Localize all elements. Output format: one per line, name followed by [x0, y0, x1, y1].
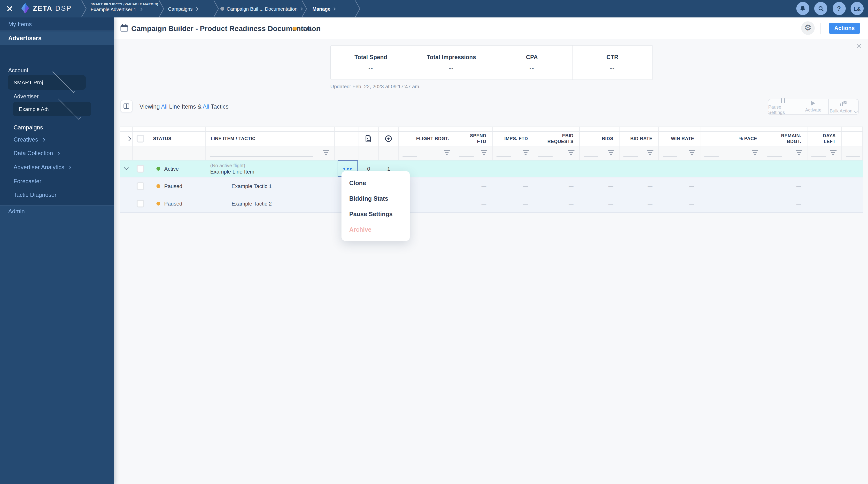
- table-row[interactable]: Active (No active flight) Example Line I…: [120, 160, 863, 177]
- filter-icon[interactable]: [568, 150, 575, 156]
- row-checkbox[interactable]: [136, 200, 144, 208]
- stats-close-icon[interactable]: [857, 43, 862, 49]
- breadcrumb-account[interactable]: SMART PROJECTS (VARIABLE MARGIN) Example…: [91, 2, 158, 12]
- chevron-down-icon: [52, 70, 75, 93]
- row-checkbox[interactable]: [136, 165, 144, 172]
- chevron-down-icon: [124, 165, 129, 170]
- col-status[interactable]: STATUS: [148, 132, 206, 146]
- breadcrumb-manage[interactable]: Manage: [312, 0, 335, 18]
- notifications-button[interactable]: [796, 2, 809, 15]
- all-line-items-link[interactable]: All: [161, 103, 167, 110]
- menu-item-pause-settings[interactable]: Pause Settings: [341, 206, 410, 222]
- search-button[interactable]: [814, 2, 827, 15]
- sidebar-item-advertisers[interactable]: Advertisers: [0, 31, 114, 45]
- select-all-checkbox[interactable]: [136, 135, 144, 143]
- breadcrumb-campaign[interactable]: Campaign Buil ... Documentation: [220, 0, 302, 18]
- cell-spend-ftd: —: [455, 177, 493, 195]
- filter-icon[interactable]: [647, 150, 653, 156]
- row-status: Paused: [148, 195, 206, 212]
- row-line-item[interactable]: (No active flight) Example Line Item: [206, 160, 335, 177]
- select-all-cell: [133, 132, 148, 146]
- filter-icon[interactable]: [688, 150, 695, 156]
- filter-bid-rate[interactable]: [620, 146, 659, 160]
- filter-bids[interactable]: [580, 146, 620, 160]
- filter-icon[interactable]: [480, 150, 487, 156]
- search-icon: [817, 5, 825, 12]
- filter-remain-bdgt[interactable]: [764, 146, 807, 160]
- col-ebid-requests[interactable]: EBID REQUESTS: [534, 132, 580, 146]
- chevron-right-icon: [194, 7, 198, 10]
- campaign-status-badge: Paused: [293, 25, 318, 31]
- filter-imps-ftd[interactable]: [493, 146, 534, 160]
- filter-days-left[interactable]: [807, 146, 842, 160]
- bell-icon: [799, 5, 806, 12]
- menu-item-bidding-stats[interactable]: Bidding Stats: [341, 191, 410, 206]
- filter-icon[interactable]: [522, 150, 529, 156]
- filter-win-rate[interactable]: [659, 146, 701, 160]
- filter-icon[interactable]: [322, 150, 330, 156]
- row-checkbox[interactable]: [136, 182, 144, 190]
- col-remain-bdgt[interactable]: REMAIN. BDGT.: [764, 132, 807, 146]
- settings-button[interactable]: ⚙: [801, 21, 815, 35]
- col-win-rate[interactable]: WIN RATE: [659, 132, 701, 146]
- col-bids[interactable]: BIDS: [580, 132, 620, 146]
- filter-icon[interactable]: [443, 150, 450, 156]
- sidebar-item-advertiser-analytics[interactable]: Advertiser Analytics: [13, 164, 70, 171]
- cell-ebid-requests: —: [534, 177, 580, 195]
- expand-all-toggle[interactable]: [120, 132, 133, 146]
- cell-bid-rate: —: [620, 160, 659, 177]
- col-days-left[interactable]: DAYS LEFT: [807, 132, 842, 146]
- filter-line-item[interactable]: [206, 146, 335, 160]
- table-row[interactable]: Paused Example Tactic 2 — — — — — — —: [120, 195, 863, 213]
- sidebar-item-campaigns[interactable]: Campaigns: [13, 124, 43, 131]
- activate-button[interactable]: Activate: [798, 99, 828, 114]
- sidebar-item-forecaster[interactable]: Forecaster: [13, 178, 41, 185]
- filter-icon[interactable]: [830, 150, 837, 156]
- user-avatar[interactable]: L&: [850, 2, 864, 15]
- col-imps-ftd[interactable]: IMPS. FTD: [493, 132, 534, 146]
- filter-icon[interactable]: [608, 150, 614, 156]
- sidebar-item-creatives[interactable]: Creatives: [13, 136, 44, 143]
- menu-item-clone[interactable]: Clone: [341, 175, 410, 191]
- col-creatives[interactable]: [359, 132, 379, 146]
- filter-icon[interactable]: [751, 150, 758, 156]
- line-items-table: STATUS LINE ITEM / TACTIC: [120, 126, 863, 213]
- table-row[interactable]: Paused Example Tactic 1 — — — — — — —: [120, 177, 863, 195]
- bulk-action-button[interactable]: Bulk Action: [828, 99, 858, 114]
- col-pct-pace[interactable]: % PACE: [701, 132, 764, 146]
- target-icon: [384, 135, 392, 143]
- sidebar-item-my-items[interactable]: My Items: [0, 18, 114, 31]
- stat-total-spend: Total Spend --: [331, 45, 411, 79]
- filter-flight-bdgt[interactable]: [399, 146, 455, 160]
- cell-remain-bdgt: —: [764, 160, 807, 177]
- all-tactics-link[interactable]: All: [203, 103, 209, 110]
- col-bid-rate[interactable]: BID RATE: [620, 132, 659, 146]
- sidebar-item-admin[interactable]: Admin: [0, 205, 114, 218]
- col-flight-bdgt[interactable]: FLIGHT BDGT.: [399, 132, 455, 146]
- help-button[interactable]: ?: [832, 2, 845, 15]
- menu-item-archive[interactable]: Archive: [341, 222, 410, 237]
- sidebar-item-data-collection[interactable]: Data Collection: [13, 150, 59, 156]
- breadcrumb-campaigns[interactable]: Campaigns: [168, 0, 197, 18]
- pause-settings-button[interactable]: Pause Settings: [768, 99, 798, 114]
- advertiser-select[interactable]: Example Advertiser 1: [13, 102, 91, 116]
- col-line-item-tactic[interactable]: LINE ITEM / TACTIC: [206, 132, 335, 146]
- account-select[interactable]: SMART Projects (Variable M...: [8, 75, 86, 89]
- filter-icon[interactable]: [795, 150, 802, 156]
- breadcrumb-account-eyebrow: SMART PROJECTS (VARIABLE MARGIN): [91, 2, 158, 6]
- row-tactic-name[interactable]: Example Tactic 1: [206, 177, 335, 195]
- filter-overflow[interactable]: [842, 146, 863, 160]
- pause-icon: [781, 98, 785, 103]
- sidebar-item-tactic-diagnoser[interactable]: Tactic Diagnoser: [13, 192, 56, 198]
- actions-button[interactable]: Actions: [829, 23, 860, 34]
- row-tactic-name[interactable]: Example Tactic 2: [206, 195, 335, 212]
- column-settings-button[interactable]: [120, 100, 133, 112]
- close-icon[interactable]: [6, 5, 13, 12]
- filter-spend-ftd[interactable]: [455, 146, 493, 160]
- filter-pct-pace[interactable]: [701, 146, 764, 160]
- col-spend-ftd[interactable]: SPEND FTD: [455, 132, 493, 146]
- filter-ebid-requests[interactable]: [534, 146, 580, 160]
- expand-row-toggle[interactable]: [120, 160, 133, 177]
- brand-dsp: DSP: [55, 4, 72, 12]
- col-targeting[interactable]: [379, 132, 399, 146]
